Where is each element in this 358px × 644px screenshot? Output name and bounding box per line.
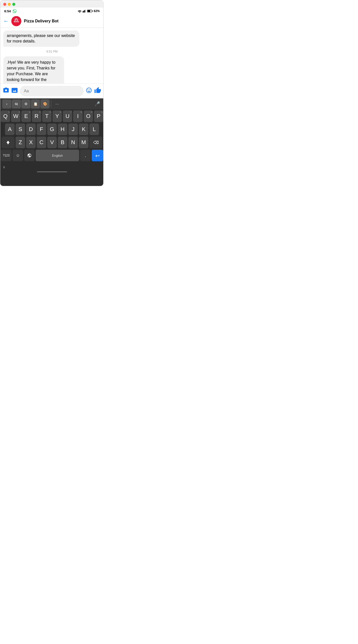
- chevron-down-row: ∨: [0, 164, 104, 170]
- pizza-hut-logo: PIZZA Hut: [12, 16, 21, 26]
- keyboard-toolbar: ‹ G| ⚙ 📋 🎨 ··· 🎤: [0, 98, 104, 109]
- bot-message-container: .Hye! We are very happy to serve you. Fi…: [3, 56, 81, 84]
- svg-text:Hut: Hut: [15, 20, 18, 22]
- key-s[interactable]: S: [16, 124, 25, 135]
- wifi-icon: [78, 10, 82, 13]
- globe-key[interactable]: [24, 150, 35, 161]
- close-button[interactable]: [3, 3, 6, 6]
- bot-name: Pizza Delivery Bot: [24, 19, 59, 23]
- status-right: 62%: [78, 9, 100, 13]
- dot-key[interactable]: .: [80, 150, 91, 161]
- gallery-icon[interactable]: [11, 87, 18, 95]
- titlebar: [0, 0, 104, 7]
- timestamp: 6:51 PM: [3, 50, 101, 53]
- svg-rect-3: [85, 10, 86, 12]
- key-f[interactable]: F: [37, 124, 46, 135]
- key-k[interactable]: K: [79, 124, 88, 135]
- emoji-key[interactable]: ☺: [13, 150, 23, 161]
- key-t[interactable]: T5: [42, 110, 52, 122]
- bot-message: .Hye! We are very happy to serve you. Fi…: [3, 56, 64, 84]
- key-v[interactable]: V: [47, 137, 57, 148]
- key-h[interactable]: H: [58, 124, 67, 135]
- time-display: 6:54: [4, 9, 11, 13]
- signal-icon: [83, 10, 86, 13]
- key-a[interactable]: A: [5, 124, 15, 135]
- maximize-button[interactable]: [12, 3, 15, 6]
- shift-key[interactable]: [2, 137, 15, 148]
- mic-button[interactable]: 🎤: [93, 99, 102, 108]
- window-controls: [3, 3, 15, 6]
- svg-rect-0: [83, 11, 83, 13]
- emoji-icon[interactable]: [86, 87, 92, 95]
- key-rows: Q1 W2 E3 R4 T5 Y6 U7 I8 O9 P0 A S D F: [0, 109, 104, 164]
- avatar: PIZZA Hut: [11, 16, 21, 26]
- message-input[interactable]: [20, 86, 84, 96]
- battery-icon: [87, 10, 93, 13]
- key-row-2: A S D F G H J K L: [1, 124, 103, 135]
- thumbsup-svg: [94, 87, 101, 94]
- key-c[interactable]: C: [37, 137, 46, 148]
- gallery-svg: [11, 87, 18, 94]
- battery-percent: 62%: [94, 9, 100, 13]
- shift-icon: [6, 140, 11, 145]
- key-row-1: Q1 W2 E3 R4 T5 Y6 U7 I8 O9 P0: [1, 110, 103, 122]
- svg-rect-1: [83, 11, 84, 13]
- key-g[interactable]: G: [47, 124, 57, 135]
- app-window: 6:54: [0, 0, 104, 186]
- num-key[interactable]: ?123: [1, 150, 12, 161]
- status-left: 6:54: [4, 9, 17, 13]
- back-button[interactable]: ←: [3, 18, 9, 24]
- camera-icon[interactable]: [3, 87, 9, 95]
- clipboard-button[interactable]: 📋: [31, 99, 40, 108]
- settings-button[interactable]: ⚙: [21, 99, 30, 108]
- chat-area: arrangements, please see our website for…: [0, 28, 104, 84]
- svg-rect-6: [87, 10, 90, 12]
- keyboard: ‹ G| ⚙ 📋 🎨 ··· 🎤 Q1 W2 E3 R4 T5 Y6: [0, 98, 104, 186]
- key-p[interactable]: P0: [94, 110, 103, 122]
- enter-key[interactable]: [92, 150, 103, 161]
- emoji-svg: [86, 87, 92, 94]
- key-o[interactable]: O9: [84, 110, 93, 122]
- keyboard-collapse-button[interactable]: ‹: [2, 99, 11, 108]
- key-u[interactable]: U7: [63, 110, 72, 122]
- thumbs-up-icon[interactable]: [94, 87, 101, 95]
- key-row-3: Z X C V B N M ⌫: [1, 137, 103, 148]
- key-z[interactable]: Z: [16, 137, 25, 148]
- svg-rect-2: [84, 10, 85, 13]
- chevron-down-icon[interactable]: ∨: [3, 165, 5, 169]
- camera-svg: [3, 87, 9, 94]
- main-content: 6:54: [0, 7, 104, 186]
- key-m[interactable]: M: [79, 137, 88, 148]
- key-i[interactable]: I8: [73, 110, 82, 122]
- key-r[interactable]: R4: [32, 110, 41, 122]
- status-bar: 6:54: [0, 7, 104, 14]
- key-row-4: ?123 ☺ English .: [1, 150, 103, 161]
- toolbar-separator: [51, 100, 51, 107]
- svg-rect-5: [92, 11, 93, 12]
- whatsapp-icon: [12, 9, 17, 13]
- key-x[interactable]: X: [26, 137, 36, 148]
- key-n[interactable]: N: [68, 137, 78, 148]
- more-button[interactable]: ···: [53, 99, 62, 108]
- minimize-button[interactable]: [8, 3, 11, 6]
- spacebar-key[interactable]: English: [36, 150, 79, 161]
- key-w[interactable]: W2: [11, 110, 20, 122]
- avatar-inner: PIZZA Hut: [12, 16, 21, 26]
- chat-header: ← PIZZA Hut Pizza Delivery Bot: [0, 14, 104, 28]
- key-j[interactable]: J: [68, 124, 78, 135]
- input-area: [0, 84, 104, 98]
- cut-message: arrangements, please see our website for…: [3, 30, 79, 47]
- keyboard-bottom: [0, 170, 104, 174]
- globe-icon: [27, 153, 32, 158]
- palette-button[interactable]: 🎨: [40, 99, 49, 108]
- home-indicator: [37, 171, 67, 172]
- backspace-key[interactable]: ⌫: [89, 137, 103, 148]
- enter-icon: [95, 153, 100, 157]
- key-d[interactable]: D: [26, 124, 36, 135]
- key-q[interactable]: Q1: [1, 110, 10, 122]
- key-y[interactable]: Y6: [53, 110, 62, 122]
- key-e[interactable]: E3: [21, 110, 31, 122]
- translate-button[interactable]: G|: [12, 99, 21, 108]
- key-l[interactable]: L: [89, 124, 99, 135]
- key-b[interactable]: B: [58, 137, 67, 148]
